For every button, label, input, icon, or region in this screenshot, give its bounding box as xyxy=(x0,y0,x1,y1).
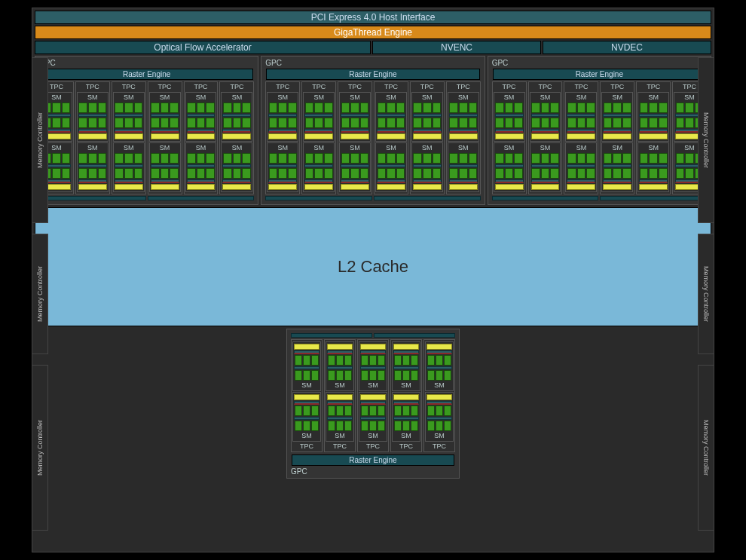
sm-label: SM xyxy=(360,432,386,440)
sm-label: SM xyxy=(78,93,107,102)
sm: SM xyxy=(411,142,443,192)
sm: SM xyxy=(392,341,420,391)
memory-controller: Memory Controller xyxy=(32,57,48,223)
sm: SM xyxy=(326,392,354,442)
sm: SM xyxy=(292,392,321,442)
sm: SM xyxy=(392,392,420,442)
sm-label: SM xyxy=(427,381,452,390)
sm-label: SM xyxy=(341,93,369,102)
sm-label: SM xyxy=(639,144,668,152)
tpc: TPCSMSM xyxy=(148,81,182,194)
tpc: TPCSMSM xyxy=(338,81,372,194)
gpc-row-bottom: SMSMTPCSMSMTPCSMSMTPCSMSMTPCSMSMTPC Rast… xyxy=(35,329,711,479)
gpc: GPC Raster Engine TPCSMSMTPCSMSMTPCSMSMT… xyxy=(261,56,485,205)
gpc: GPC Raster Engine TPCSMSMTPCSMSMTPCSMSMT… xyxy=(488,56,711,205)
sm: SM xyxy=(292,341,321,391)
sm: SM xyxy=(359,392,387,442)
sm: SM xyxy=(77,92,109,142)
sm-label: SM xyxy=(341,144,369,152)
gpc-label: GPC xyxy=(38,59,255,67)
sm: SM xyxy=(221,142,252,192)
tpc-label: TPC xyxy=(149,83,181,91)
sm: SM xyxy=(221,92,252,142)
tpc: TPCSMSM xyxy=(528,81,563,194)
tpc: TPCSMSM xyxy=(492,81,527,194)
tpc-label: TPC xyxy=(221,83,252,91)
sm-label: SM xyxy=(78,144,107,152)
sm: SM xyxy=(267,92,298,142)
sm: SM xyxy=(303,92,335,142)
memory-controller: Memory Controller xyxy=(698,365,714,531)
sm: SM xyxy=(601,142,633,192)
sm: SM xyxy=(113,142,145,192)
memory-controller: Memory Controller xyxy=(698,234,714,354)
tpc-label: TPC xyxy=(267,83,298,91)
tpc-label: TPC xyxy=(292,442,321,451)
sm-label: SM xyxy=(639,93,668,102)
sm-label: SM xyxy=(268,144,297,152)
tpc: TPCSMSM xyxy=(600,81,634,194)
sm: SM xyxy=(565,92,597,142)
tpc-label: TPC xyxy=(375,83,407,91)
memory-controller: Memory Controller xyxy=(698,57,714,223)
tpc-label: TPC xyxy=(448,83,479,91)
sm: SM xyxy=(326,341,354,391)
sm-label: SM xyxy=(222,144,251,152)
raster-engine: Raster Engine xyxy=(292,454,454,466)
raster-engine: Raster Engine xyxy=(493,69,706,80)
tpc: TPCSMSM xyxy=(112,81,146,194)
sm: SM xyxy=(303,142,335,192)
sm-label: SM xyxy=(294,381,319,390)
sm: SM xyxy=(565,142,597,192)
gigathread-engine: GigaThread Engine xyxy=(35,26,711,39)
tpc: SMSMTPC xyxy=(357,339,389,452)
sm-label: SM xyxy=(449,93,478,102)
sm-label: SM xyxy=(603,93,631,102)
l2-cache: L2 Cache xyxy=(35,207,711,326)
gpc-label: GPC xyxy=(491,59,708,67)
tpc: TPCSMSM xyxy=(636,81,671,194)
tpc-label: TPC xyxy=(530,83,561,91)
tpc-label: TPC xyxy=(411,83,443,91)
gpc-row-top: GPC Raster Engine TPCSMSMTPCSMSMTPCSMSMT… xyxy=(35,56,711,205)
sm-label: SM xyxy=(495,93,524,102)
sm-label: SM xyxy=(567,144,595,152)
tpc: TPCSMSM xyxy=(374,81,408,194)
tpc: SMSMTPC xyxy=(390,339,422,452)
sm-label: SM xyxy=(377,93,405,102)
sm: SM xyxy=(113,92,145,142)
sm: SM xyxy=(375,142,407,192)
memory-controller: Memory Controller xyxy=(32,365,48,531)
tpc-label: TPC xyxy=(113,83,145,91)
sm: SM xyxy=(185,142,217,192)
sm-label: SM xyxy=(603,144,631,152)
sm-label: SM xyxy=(115,93,143,102)
sm-label: SM xyxy=(495,144,524,152)
sm-label: SM xyxy=(393,432,419,440)
sm-label: SM xyxy=(327,381,353,390)
raster-engine: Raster Engine xyxy=(40,69,253,80)
pci-interface: PCI Express 4.0 Host Interface xyxy=(35,11,711,24)
tpc: TPCSMSM xyxy=(184,81,219,194)
tpc-label: TPC xyxy=(185,83,217,91)
sm: SM xyxy=(494,92,525,142)
tpc-label: TPC xyxy=(637,83,669,91)
sm: SM xyxy=(149,92,181,142)
tpc: SMSMTPC xyxy=(423,339,455,452)
tpc: TPCSMSM xyxy=(219,81,254,194)
tpc-label: TPC xyxy=(494,83,525,91)
tpc-label: TPC xyxy=(339,83,371,91)
sm: SM xyxy=(637,142,669,192)
nvdec: NVDEC xyxy=(543,41,711,54)
memory-controller: Memory Controller xyxy=(32,234,48,354)
sm: SM xyxy=(448,92,479,142)
sm: SM xyxy=(530,92,561,142)
tpc: SMSMTPC xyxy=(291,339,323,452)
sm: SM xyxy=(359,341,387,391)
tpc: TPCSMSM xyxy=(75,81,110,194)
sm-label: SM xyxy=(222,93,251,102)
tpc-label: TPC xyxy=(326,442,354,451)
sm: SM xyxy=(601,92,633,142)
tpc: TPCSMSM xyxy=(446,81,481,194)
sm: SM xyxy=(425,392,454,442)
